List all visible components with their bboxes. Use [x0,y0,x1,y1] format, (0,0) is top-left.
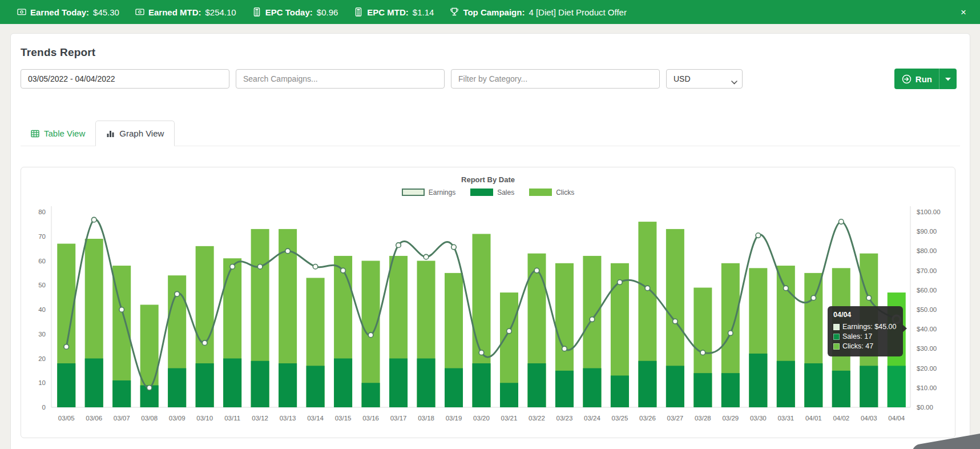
bar-sales[interactable] [860,366,878,407]
date-range-input[interactable] [21,69,229,89]
category-filter-input[interactable] [451,69,660,89]
bar-sales[interactable] [112,380,131,407]
tooltip-row: Sales: 17 [833,332,897,342]
x-axis-label: 03/22 [529,415,545,422]
data-point-marker[interactable] [341,268,346,273]
bar-sales[interactable] [666,366,684,407]
data-point-marker[interactable] [784,286,789,291]
x-axis-label: 03/17 [390,415,407,422]
data-point-marker[interactable] [590,317,595,322]
bar-sales[interactable] [417,359,435,408]
data-point-marker[interactable] [728,331,733,336]
data-point-marker[interactable] [700,350,705,355]
bar-sales[interactable] [611,375,629,407]
x-axis-label: 03/24 [584,415,600,422]
tooltip-date: 04/04 [833,311,897,319]
chart-tooltip: 04/04 Earnings: $45.00Sales: 17Clicks: 4… [828,306,903,356]
data-point-marker[interactable] [866,295,872,300]
bar-sales[interactable] [445,368,463,407]
data-point-marker[interactable] [424,254,429,259]
data-point-marker[interactable] [64,344,69,350]
data-point-marker[interactable] [562,346,567,351]
bar-sales[interactable] [555,371,574,407]
banknote-icon [135,7,144,17]
bar-sales[interactable] [638,361,656,407]
search-campaigns-input[interactable] [236,69,445,89]
legend-item[interactable]: Earnings [402,189,455,197]
legend-item[interactable]: Sales [470,189,514,197]
legend-swatch [470,189,493,196]
bar-sales[interactable] [389,359,408,408]
data-point-marker[interactable] [396,243,401,248]
stat-label: Earned Today: [30,7,89,17]
tooltip-value: Earnings: $45.00 [842,322,897,332]
x-axis-label: 03/19 [446,415,462,422]
left-axis-tick-label: 60 [38,258,46,264]
data-point-marker[interactable] [618,280,623,285]
data-point-marker[interactable] [119,307,124,312]
bar-sales[interactable] [85,359,103,408]
data-point-marker[interactable] [91,217,96,222]
x-axis-label: 03/31 [777,415,794,422]
bar-sales[interactable] [334,359,352,408]
data-point-marker[interactable] [673,319,678,324]
bar-sales[interactable] [500,383,518,407]
data-point-marker[interactable] [479,350,484,355]
legend-swatch [529,189,552,196]
data-point-marker[interactable] [507,328,512,334]
bar-sales[interactable] [749,354,767,407]
data-point-marker[interactable] [451,244,457,250]
bar-sales[interactable] [306,366,325,407]
bar-sales[interactable] [473,363,491,407]
bar-sales[interactable] [251,361,269,407]
bar-sales[interactable] [57,363,75,407]
bar-sales[interactable] [777,361,795,407]
run-button-main[interactable]: Run [902,74,939,84]
right-axis-tick-label: $100.00 [917,209,941,215]
bar-sales[interactable] [279,363,297,407]
bar-sales[interactable] [223,359,241,408]
right-axis-tick-label: $40.00 [917,326,937,332]
banknote-icon [17,7,26,17]
x-axis-label: 03/26 [639,415,656,422]
currency-selected-value[interactable]: USD [666,69,743,89]
currency-select[interactable]: USD [666,69,743,89]
data-point-marker[interactable] [838,219,844,224]
bar-sales[interactable] [721,373,740,407]
data-point-marker[interactable] [313,264,318,269]
right-axis-tick-label: $0.00 [917,404,933,411]
tab-label: Graph View [119,129,164,138]
data-point-marker[interactable] [285,248,291,254]
calculator-icon [354,7,363,17]
bar-sales[interactable] [888,366,906,407]
bar-sales[interactable] [196,363,214,407]
tab-table-view[interactable]: Table View [21,121,95,146]
bar-sales[interactable] [362,383,380,407]
bar-sales[interactable] [168,368,186,407]
stat-item: EPC Today:$0.96 [252,7,338,17]
chart-legend: EarningsSalesClicks [21,187,955,197]
data-point-marker[interactable] [534,268,539,273]
tab-graph-view[interactable]: Graph View [95,121,175,146]
data-point-marker[interactable] [147,386,152,391]
data-point-marker[interactable] [756,233,761,238]
data-point-marker[interactable] [175,291,180,296]
close-icon[interactable]: × [961,7,966,17]
data-point-marker[interactable] [202,340,207,346]
data-point-marker[interactable] [368,332,373,338]
data-point-marker[interactable] [257,264,263,269]
bar-sales[interactable] [527,363,546,407]
legend-item[interactable]: Clicks [529,189,574,197]
run-button-label: Run [916,74,932,84]
report-chart[interactable]: 01020304050607080$0.00$10.00$20.00$30.00… [21,205,955,434]
bar-sales[interactable] [832,371,850,407]
run-dropdown-toggle[interactable] [939,69,957,89]
chart-title: Report By Date [21,175,955,184]
bar-sales[interactable] [804,363,822,407]
data-point-marker[interactable] [230,264,235,269]
run-button[interactable]: Run [894,69,957,89]
bar-sales[interactable] [693,373,712,407]
data-point-marker[interactable] [811,295,816,300]
data-point-marker[interactable] [645,286,650,291]
bar-sales[interactable] [583,368,601,407]
